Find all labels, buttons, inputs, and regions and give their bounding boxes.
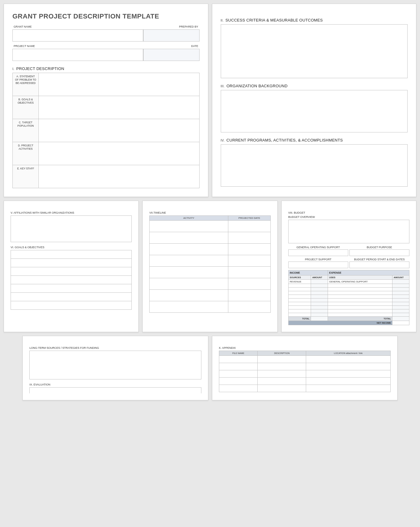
go-row[interactable] (11, 267, 132, 276)
pd-row-a-field[interactable] (39, 73, 199, 96)
pd-row-e-field[interactable] (39, 165, 199, 188)
section-affiliations: V. AFFILIATIONS WITH SIMILAR ORGANIZATIO… (11, 211, 132, 214)
project-description-table: A. STATEMENT OF PROBLEM TO BE ADDRESSED … (12, 73, 200, 188)
evaluation-field[interactable] (29, 387, 201, 393)
pd-row-b-field[interactable] (39, 96, 199, 119)
budget-purpose-field[interactable] (349, 249, 409, 256)
budget-period-field[interactable] (349, 262, 409, 268)
grant-name-field[interactable] (12, 29, 143, 42)
long-term-sources-field[interactable] (29, 351, 201, 379)
go-row[interactable] (11, 259, 132, 267)
appendix-row[interactable] (219, 363, 258, 370)
budget-uses-header: USES (328, 275, 392, 280)
budget-table: INCOMEEXPENSE SOURCESAMOUNTUSESAMOUNT RE… (288, 270, 409, 325)
appendix-loc-header: LOCATION attachment / link (306, 351, 391, 356)
success-criteria-field[interactable] (221, 24, 408, 78)
budget-gos-label: GENERAL OPERATING SUPPORT (288, 246, 348, 249)
page-title: GRANT PROJECT DESCRIPTION TEMPLATE (12, 12, 200, 20)
timeline-row[interactable] (150, 221, 228, 232)
budget-expense-header: EXPENSE (328, 270, 409, 275)
goals-objectives-table (11, 250, 132, 310)
timeline-row[interactable] (150, 278, 228, 290)
appendix-row[interactable] (219, 370, 258, 378)
timeline-row[interactable] (150, 244, 228, 255)
go-row[interactable] (11, 301, 132, 310)
appendix-row[interactable] (219, 378, 258, 385)
prepared-by-label: PREPARED BY (143, 25, 199, 29)
timeline-row[interactable] (150, 301, 228, 313)
section-timeline: VII.TIMELINE (149, 211, 270, 214)
timeline-row[interactable] (150, 290, 228, 301)
page-3-panel: V. AFFILIATIONS WITH SIMILAR ORGANIZATIO… (4, 201, 139, 332)
section-current-programs: IV.CURRENT PROGRAMS, ACTIVITIES, & ACCOM… (221, 138, 408, 142)
budget-overview-label: BUDGET OVERVIEW (288, 215, 409, 218)
budget-sources-header: SOURCES (288, 275, 311, 280)
budget-gos-field[interactable] (288, 249, 348, 256)
date-field[interactable] (143, 49, 199, 61)
page-1-panel: GRANT PROJECT DESCRIPTION TEMPLATE GRANT… (4, 4, 208, 197)
appendix-table: FILE NAMEDESCRIPTIONLOCATION attachment … (219, 351, 391, 392)
budget-purpose-label: BUDGET PURPOSE (349, 246, 409, 249)
budget-income-header: INCOME (288, 270, 328, 275)
grant-name-label: GRANT NAME (12, 25, 143, 29)
budget-revenue-label: REVENUE (288, 280, 311, 284)
appendix-row[interactable] (219, 356, 258, 363)
project-name-field[interactable] (12, 49, 143, 61)
pd-row-e-label: E. KEY STAFF (13, 165, 39, 188)
budget-overview-field[interactable] (288, 220, 409, 243)
go-row[interactable] (11, 293, 132, 301)
section-budget: VIII. BUDGET (288, 211, 409, 214)
budget-net-income-label: NET INCOME (288, 321, 392, 325)
page-5-panel: VIII. BUDGET BUDGET OVERVIEW GENERAL OPE… (281, 201, 416, 332)
section-org-background: III.ORGANIZATION BACKGROUND (221, 84, 408, 88)
project-name-label: PROJECT NAME (12, 44, 143, 48)
section-success-criteria: II.SUCCESS CRITERIA & MEASURABLE OUTCOME… (221, 18, 408, 22)
appendix-desc-header: DESCRIPTION (258, 351, 306, 356)
go-row[interactable] (11, 284, 132, 293)
pd-row-c-field[interactable] (39, 119, 199, 142)
current-programs-field[interactable] (221, 144, 408, 187)
section-appendix: X. APPENDIX (219, 346, 391, 349)
prepared-by-field[interactable] (143, 29, 199, 42)
pd-row-d-field[interactable] (39, 142, 199, 165)
page-4-panel: VII.TIMELINE ACTIVITYPROJECTED DATE (142, 201, 277, 332)
budget-amount-header: AMOUNT (311, 275, 328, 280)
budget-ps-field[interactable] (288, 262, 348, 268)
timeline-activity-header: ACTIVITY (150, 216, 228, 221)
budget-total-label: TOTAL (328, 317, 392, 321)
budget-ps-label: PROJECT SUPPORT (288, 258, 348, 261)
section-evaluation: IX. EVALUATION (29, 383, 201, 386)
timeline-row[interactable] (150, 232, 228, 244)
budget-gos2-label: GENERAL OPERATING SUPPORT (328, 280, 392, 284)
date-label: DATE (143, 44, 199, 48)
pd-row-b-label: B. GOALS & OBJECTIVES (13, 96, 39, 119)
budget-period-label: BUDGET PERIOD START & END DATES (349, 258, 409, 261)
go-row[interactable] (11, 250, 132, 259)
page-2-panel: II.SUCCESS CRITERIA & MEASURABLE OUTCOME… (212, 4, 417, 197)
pd-row-d-label: D. PROJECT ACTIVITIES (13, 142, 39, 165)
section-project-description: I.PROJECT DESCRIPTION (12, 66, 200, 71)
budget-amount-header: AMOUNT (392, 275, 409, 280)
timeline-row[interactable] (150, 255, 228, 267)
timeline-table: ACTIVITYPROJECTED DATE (149, 215, 270, 313)
appendix-row[interactable] (219, 385, 258, 392)
go-row[interactable] (11, 276, 132, 284)
pd-row-a-label: A. STATEMENT OF PROBLEM TO BE ADDRESSED (13, 73, 39, 96)
appendix-file-header: FILE NAME (219, 351, 258, 356)
pd-row-c-label: C. TARGET POPULATION (13, 119, 39, 142)
page-7-panel: X. APPENDIX FILE NAMEDESCRIPTIONLOCATION… (212, 336, 398, 400)
timeline-row[interactable] (150, 267, 228, 278)
budget-total-label: TOTAL (288, 317, 311, 321)
affiliations-field[interactable] (11, 215, 132, 242)
section-goals-objectives: VI. GOALS & OBJECTIVES (11, 246, 132, 249)
timeline-date-header: PROJECTED DATE (228, 216, 270, 221)
long-term-sources-label: LONG-TERM SOURCES / STRATEGIES FOR FUNDI… (29, 346, 201, 349)
page-6-panel: LONG-TERM SOURCES / STRATEGIES FOR FUNDI… (22, 336, 208, 400)
org-background-field[interactable] (221, 90, 408, 132)
